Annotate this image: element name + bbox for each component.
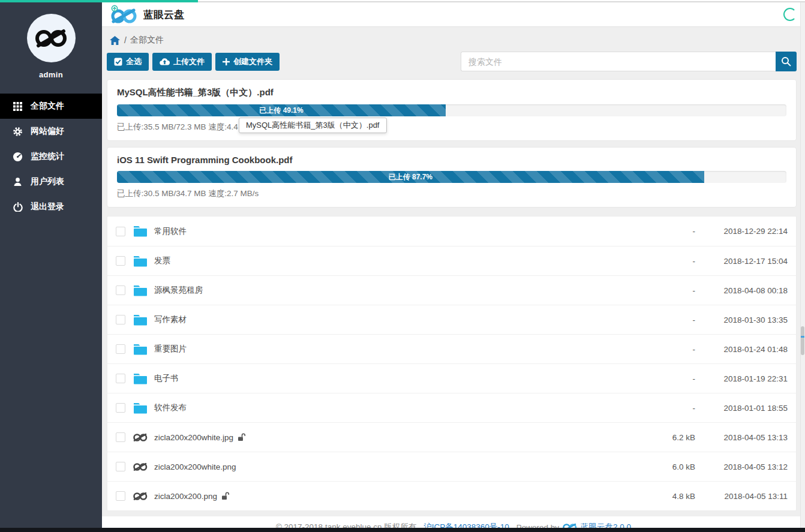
file-name[interactable]: 电子书 bbox=[154, 373, 623, 384]
plus-icon bbox=[223, 58, 230, 65]
row-checkbox[interactable] bbox=[116, 315, 125, 324]
select-all-label: 全选 bbox=[126, 56, 142, 67]
upload-progress-label: 已上传 87.7% bbox=[389, 172, 432, 182]
search-button[interactable] bbox=[776, 52, 797, 71]
file-size: - bbox=[623, 227, 695, 236]
breadcrumb: / 全部文件 bbox=[102, 27, 805, 52]
table-row[interactable]: 常用软件 - 2018-12-29 22:14 bbox=[107, 217, 796, 246]
table-row[interactable]: 软件发布 - 2018-01-01 18:55 bbox=[107, 393, 796, 422]
username: admin bbox=[0, 70, 102, 79]
file-name[interactable]: 重要图片 bbox=[154, 344, 623, 354]
file-size: - bbox=[623, 404, 695, 413]
file-date: 2018-12-17 15:04 bbox=[695, 257, 794, 266]
power-icon bbox=[13, 202, 23, 212]
file-name-text: zicla200x200.png bbox=[154, 492, 217, 501]
file-size: 4.8 kB bbox=[623, 492, 695, 501]
header: 蓝眼云盘 bbox=[102, 0, 805, 27]
row-checkbox[interactable] bbox=[116, 227, 125, 236]
table-row[interactable]: 重要图片 - 2018-01-24 01:48 bbox=[107, 334, 796, 363]
avatar[interactable] bbox=[27, 14, 76, 62]
scrollbar[interactable] bbox=[800, 2, 805, 528]
table-row[interactable]: zicla200x200white.png 6.0 kB 2018-04-05 … bbox=[107, 452, 796, 481]
folder-icon bbox=[133, 373, 148, 384]
file-name-text: zicla200x200white.jpg bbox=[154, 433, 233, 442]
upload-file-label: 上传文件 bbox=[173, 56, 205, 67]
row-checkbox[interactable] bbox=[116, 344, 125, 354]
table-row[interactable]: 源枫景苑租房 - 2018-04-08 00:18 bbox=[107, 275, 796, 305]
sidebar-item-user-list[interactable]: 用户列表 bbox=[0, 169, 102, 194]
table-row[interactable]: zicla200x200.png 4.8 kB 2018-04-05 13:11 bbox=[107, 481, 796, 510]
file-list: 常用软件 - 2018-12-29 22:14 发票 - 2018-12-17 … bbox=[107, 216, 797, 511]
table-row[interactable]: 发票 - 2018-12-17 15:04 bbox=[107, 246, 796, 275]
row-checkbox[interactable] bbox=[116, 285, 125, 295]
row-checkbox[interactable] bbox=[116, 256, 125, 266]
sidebar: admin 全部文件 网站偏好 bbox=[0, 0, 102, 528]
file-name[interactable]: 常用软件 bbox=[154, 226, 623, 237]
file-date: 2018-01-24 01:48 bbox=[695, 345, 794, 354]
brand-logo-icon bbox=[110, 5, 137, 24]
search-icon bbox=[781, 56, 791, 67]
table-row[interactable]: 写作素材 - 2018-01-30 13:35 bbox=[107, 305, 796, 334]
sidebar-item-logout[interactable]: 退出登录 bbox=[0, 194, 102, 220]
table-row[interactable]: zicla200x200white.jpg 6.2 kB 2018-04-05 … bbox=[107, 422, 796, 452]
row-checkbox[interactable] bbox=[116, 491, 125, 501]
sidebar-item-label: 退出登录 bbox=[31, 202, 64, 212]
folder-icon bbox=[133, 344, 148, 355]
upload-card: MySQL高性能书籍_第3版（中文）.pdf 已上传 49.1% MySQL高性… bbox=[107, 79, 797, 141]
cloud-upload-icon bbox=[160, 58, 170, 65]
scrollbar-thumb[interactable] bbox=[801, 326, 804, 355]
file-size: 6.2 kB bbox=[623, 433, 695, 442]
row-checkbox[interactable] bbox=[116, 403, 125, 413]
file-size: - bbox=[623, 374, 695, 383]
file-name[interactable]: 软件发布 bbox=[154, 402, 623, 413]
folder-icon bbox=[133, 256, 148, 267]
file-name[interactable]: zicla200x200white.jpg bbox=[154, 433, 623, 442]
page-loading-track bbox=[198, 1, 805, 2]
unlock-icon bbox=[221, 492, 229, 500]
upload-stats: 已上传:30.5 MB/34.7 MB 速度:2.7 MB/s bbox=[117, 188, 786, 199]
file-name[interactable]: 源枫景苑租房 bbox=[154, 285, 623, 296]
row-checkbox[interactable] bbox=[116, 432, 125, 442]
unlock-icon bbox=[238, 433, 245, 441]
sidebar-item-label: 监控统计 bbox=[31, 151, 64, 162]
main-area: 蓝眼云盘 / 全部文件 全选 上传文件 创建文件夹 bbox=[102, 0, 805, 528]
upload-stats: 已上传:35.5 MB/72.3 MB 速度:4.4 MB/s bbox=[117, 122, 786, 133]
file-date: 2018-01-01 18:55 bbox=[695, 404, 794, 413]
search-input[interactable] bbox=[461, 52, 776, 71]
row-checkbox[interactable] bbox=[116, 374, 125, 383]
upload-progress-fill: 已上传 49.1% bbox=[117, 104, 446, 116]
table-row[interactable]: 电子书 - 2018-01-19 22:31 bbox=[107, 363, 796, 393]
folder-icon bbox=[133, 285, 148, 296]
file-date: 2018-01-30 13:35 bbox=[695, 315, 794, 324]
toolbar: 全选 上传文件 创建文件夹 bbox=[107, 52, 797, 71]
file-size: - bbox=[623, 315, 695, 324]
sidebar-item-monitor-stats[interactable]: 监控统计 bbox=[0, 144, 102, 169]
breadcrumb-current[interactable]: 全部文件 bbox=[130, 35, 164, 46]
upload-file-button[interactable]: 上传文件 bbox=[152, 53, 212, 71]
file-name[interactable]: 写作素材 bbox=[154, 314, 623, 325]
gear-icon bbox=[13, 127, 23, 137]
file-name[interactable]: 发票 bbox=[154, 256, 623, 266]
file-date: 2018-01-19 22:31 bbox=[695, 374, 794, 383]
upload-progress-bar: 已上传 49.1% MySQL高性能书籍_第3版（中文）.pdf bbox=[117, 104, 786, 116]
sidebar-item-site-preferences[interactable]: 网站偏好 bbox=[0, 119, 102, 144]
sidebar-item-label: 网站偏好 bbox=[31, 126, 64, 137]
upload-filename: iOS 11 Swift Programming Cookbook.pdf bbox=[117, 155, 786, 165]
file-name[interactable]: zicla200x200white.png bbox=[154, 462, 623, 471]
app-title: 蓝眼云盘 bbox=[143, 8, 184, 22]
create-folder-button[interactable]: 创建文件夹 bbox=[215, 53, 280, 71]
row-checkbox[interactable] bbox=[116, 462, 125, 471]
select-all-button[interactable]: 全选 bbox=[107, 53, 149, 71]
sidebar-item-all-files[interactable]: 全部文件 bbox=[0, 94, 102, 119]
upload-progress-label: 已上传 49.1% bbox=[259, 106, 303, 116]
home-icon[interactable] bbox=[110, 36, 120, 45]
bottom-strip bbox=[0, 528, 805, 532]
file-name[interactable]: zicla200x200.png bbox=[154, 492, 623, 501]
sidebar-item-label: 用户列表 bbox=[31, 176, 64, 187]
file-date: 2018-12-29 22:14 bbox=[695, 227, 794, 236]
file-date: 2018-04-05 13:12 bbox=[695, 462, 794, 471]
file-size: - bbox=[623, 286, 695, 295]
upload-card: iOS 11 Swift Programming Cookbook.pdf 已上… bbox=[107, 147, 797, 208]
sidebar-nav: 全部文件 网站偏好 监控统计 bbox=[0, 94, 102, 220]
check-square-icon bbox=[114, 58, 122, 66]
